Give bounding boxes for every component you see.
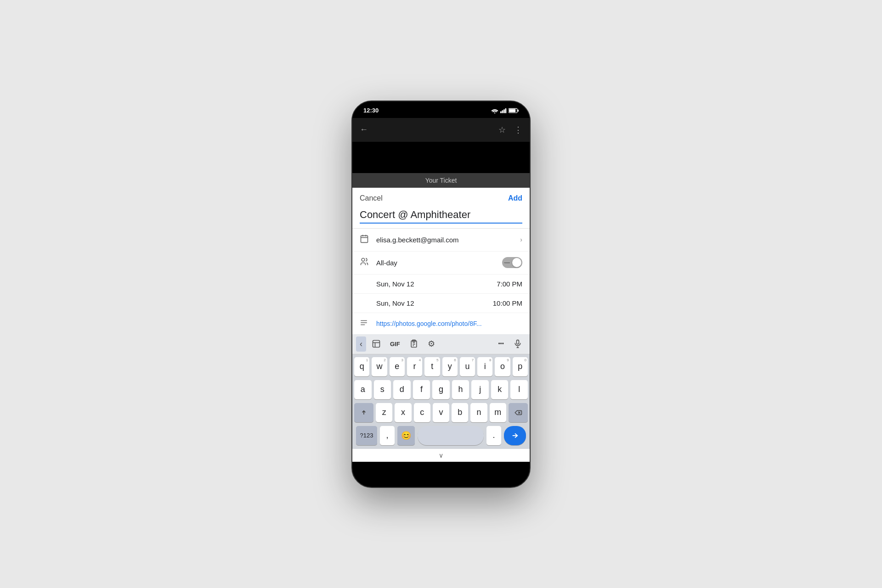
menu-icon[interactable]: ⋮: [514, 125, 522, 135]
svg-point-12: [362, 258, 365, 261]
key-o[interactable]: o9: [495, 357, 510, 376]
keyboard-settings-button[interactable]: ⚙: [424, 336, 439, 352]
key-v[interactable]: v: [433, 403, 449, 422]
status-icons: [491, 108, 519, 113]
keyboard-gif-button[interactable]: GIF: [386, 338, 404, 350]
status-time: 12:30: [363, 107, 379, 114]
all-day-toggle[interactable]: —: [502, 257, 522, 268]
browser-actions: ☆ ⋮: [498, 125, 522, 135]
keyboard-clipboard-button[interactable]: [406, 336, 422, 351]
key-p[interactable]: p0: [513, 357, 528, 376]
key-c[interactable]: c: [414, 403, 430, 422]
keyboard-more-button[interactable]: •••: [494, 338, 508, 350]
svg-rect-16: [373, 341, 380, 347]
keyboard-sticker-button[interactable]: [368, 336, 384, 351]
key-z[interactable]: z: [376, 403, 392, 422]
end-datetime-row[interactable]: Sun, Nov 12 10:00 PM: [352, 294, 530, 313]
keyboard-back-button[interactable]: ‹: [356, 336, 366, 352]
keyboard-row-1: q1 w2 e3 r4 t5 y6 u7 i8 o9 p0: [354, 357, 528, 376]
svg-rect-22: [517, 340, 519, 344]
ticket-bar: Your Ticket: [352, 173, 530, 188]
title-field: [352, 207, 530, 229]
phone-frame: 12:30 ← ☆: [351, 101, 531, 488]
period-key[interactable]: .: [486, 426, 501, 445]
svg-rect-3: [503, 109, 505, 113]
start-time: 7:00 PM: [497, 280, 522, 288]
end-date: Sun, Nov 12: [376, 299, 493, 307]
keyboard-keys: q1 w2 e3 r4 t5 y6 u7 i8 o9 p0 a s d f g …: [352, 354, 530, 449]
wifi-icon: [491, 108, 498, 113]
key-g[interactable]: g: [432, 380, 450, 399]
end-time: 10:00 PM: [493, 299, 522, 307]
key-q[interactable]: q1: [354, 357, 369, 376]
cancel-button[interactable]: Cancel: [360, 194, 383, 202]
description-url[interactable]: https://photos.google.com/photo/8F...: [376, 320, 482, 327]
keyboard-bottom-row: ?123 , 😊 .: [354, 426, 528, 445]
key-n[interactable]: n: [470, 403, 487, 422]
key-k[interactable]: k: [491, 380, 509, 399]
keyboard-row-2: a s d f g h j k l: [354, 380, 528, 399]
browser-chrome: ← ☆ ⋮: [352, 118, 530, 142]
keyboard: ‹ GIF ⚙ •••: [352, 334, 530, 449]
key-j[interactable]: j: [471, 380, 489, 399]
battery-icon: [509, 108, 519, 113]
key-u[interactable]: u7: [460, 357, 475, 376]
start-date: Sun, Nov 12: [376, 280, 497, 288]
delete-key[interactable]: [509, 403, 528, 422]
all-day-content: All-day —: [376, 257, 522, 268]
nav-chevron-icon: ∨: [439, 452, 443, 459]
svg-rect-4: [505, 108, 507, 113]
key-e[interactable]: e3: [390, 357, 405, 376]
key-f[interactable]: f: [413, 380, 430, 399]
key-b[interactable]: b: [452, 403, 468, 422]
num-sym-key[interactable]: ?123: [356, 426, 377, 445]
start-datetime-row[interactable]: Sun, Nov 12 7:00 PM: [352, 274, 530, 294]
key-m[interactable]: m: [490, 403, 506, 422]
svg-rect-7: [518, 109, 519, 112]
all-day-row: All-day —: [352, 252, 530, 274]
key-i[interactable]: i8: [477, 357, 492, 376]
description-icon: [360, 319, 376, 329]
emoji-key[interactable]: 😊: [397, 426, 415, 445]
status-bar: 12:30: [352, 101, 530, 118]
comma-key[interactable]: ,: [380, 426, 395, 445]
key-d[interactable]: d: [393, 380, 411, 399]
calendar-row[interactable]: elisa.g.beckett@gmail.com ›: [352, 229, 530, 252]
calendar-icon: [360, 234, 376, 246]
add-button[interactable]: Add: [508, 194, 522, 202]
all-day-label: All-day: [376, 259, 397, 267]
key-x[interactable]: x: [395, 403, 411, 422]
description-row: https://photos.google.com/photo/8F...: [352, 313, 530, 334]
calendar-email-row: elisa.g.beckett@gmail.com ›: [376, 236, 522, 244]
key-y[interactable]: y6: [442, 357, 458, 376]
svg-rect-2: [502, 110, 503, 113]
key-r[interactable]: r4: [407, 357, 422, 376]
form-header: Cancel Add: [352, 188, 530, 207]
svg-point-0: [494, 112, 496, 113]
space-key[interactable]: [418, 426, 484, 445]
key-t[interactable]: t5: [424, 357, 440, 376]
event-title-input[interactable]: [360, 209, 522, 224]
nav-bar: ∨: [352, 449, 530, 462]
back-icon[interactable]: ←: [360, 125, 368, 134]
modal-form: Cancel Add elisa.g.beckett@gmail.com ›: [352, 188, 530, 334]
keyboard-mic-button[interactable]: [509, 336, 526, 351]
bookmark-icon[interactable]: ☆: [498, 125, 506, 135]
enter-key[interactable]: [504, 426, 526, 445]
svg-rect-1: [500, 111, 502, 113]
shift-key[interactable]: [354, 403, 373, 422]
svg-rect-8: [361, 235, 368, 242]
key-w[interactable]: w2: [372, 357, 387, 376]
black-area: [352, 142, 530, 173]
key-a[interactable]: a: [354, 380, 372, 399]
keyboard-row-3: z x c v b n m: [354, 403, 528, 422]
key-l[interactable]: l: [510, 380, 528, 399]
calendar-email: elisa.g.beckett@gmail.com: [376, 236, 458, 244]
people-icon: [360, 257, 376, 269]
svg-rect-6: [509, 109, 515, 112]
key-h[interactable]: h: [452, 380, 469, 399]
keyboard-toolbar: ‹ GIF ⚙ •••: [352, 334, 530, 354]
signal-icon: [500, 108, 507, 113]
key-s[interactable]: s: [374, 380, 391, 399]
toggle-knob: [512, 258, 521, 267]
